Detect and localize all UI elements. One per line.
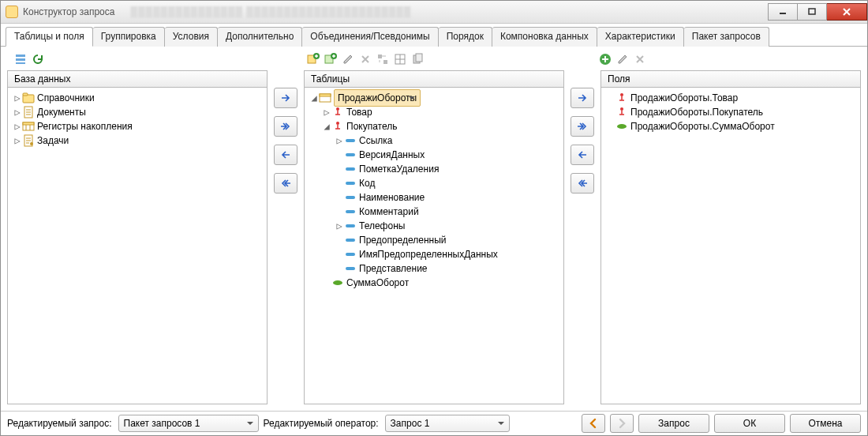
tables-tool-copy-icon[interactable] (410, 52, 425, 66)
table-subfield-imya-pred[interactable]: ИмяПредопределенныхДанных (306, 247, 562, 261)
table-field-tovar[interactable]: ▷Товар (306, 105, 562, 119)
svg-point-37 (620, 93, 623, 96)
svg-rect-32 (346, 224, 355, 227)
tab-aliases[interactable]: Объединения/Псевдонимы (302, 27, 438, 47)
table-subfield-pometka[interactable]: ПометкаУдаления (306, 162, 562, 176)
svg-point-38 (620, 107, 623, 111)
svg-rect-16 (23, 93, 28, 96)
titlebar: Конструктор запроса ███████████████ ████… (1, 1, 867, 24)
tab-composition[interactable]: Компоновка данных (492, 27, 597, 47)
tab-order[interactable]: Порядок (439, 27, 492, 47)
tab-grouping[interactable]: Группировка (93, 27, 165, 47)
svg-rect-3 (16, 58, 25, 61)
tables-tree[interactable]: ◢ПродажиОбороты ▷Товар ◢Покупатель ▷Ссыл… (305, 88, 563, 293)
window-title: Конструктор запроса (23, 6, 114, 17)
db-item-documents[interactable]: ▷Документы (9, 105, 265, 119)
svg-rect-13 (416, 54, 422, 62)
fields-tree[interactable]: ПродажиОбороты.Товар ПродажиОбороты.Поку… (601, 88, 860, 137)
document-icon (22, 106, 35, 118)
attr-icon (344, 234, 357, 246)
attr-icon (344, 134, 357, 147)
fields-tool-delete-icon[interactable] (633, 52, 647, 66)
attr-icon (344, 262, 357, 275)
table-subfield-ssylka[interactable]: ▷Ссылка (306, 133, 562, 148)
fields-pane: Поля ПродажиОбороты.Товар ПродажиОбороты… (600, 70, 861, 404)
svg-point-24 (336, 107, 339, 111)
add-all-to-fields-button[interactable] (571, 116, 594, 137)
table-field-pokupatel[interactable]: ◢Покупатель (306, 119, 562, 133)
remove-from-tables-button[interactable] (274, 145, 297, 165)
field-item-tovar[interactable]: ПродажиОбороты.Товар (603, 91, 859, 105)
editable-query-label: Редактируемый запрос: (7, 418, 112, 429)
tab-advanced[interactable]: Дополнительно (218, 27, 302, 47)
table-field-summa[interactable]: СуммаОборот (306, 276, 562, 290)
tab-characteristics[interactable]: Характеристики (597, 27, 684, 47)
maximize-button[interactable] (798, 3, 827, 21)
tab-conditions[interactable]: Условия (165, 27, 218, 47)
next-query-button[interactable] (610, 414, 634, 433)
tables-tool-delete-icon[interactable] (358, 52, 372, 66)
tables-tool-grid-icon[interactable] (393, 52, 407, 66)
add-to-tables-button[interactable] (274, 88, 297, 108)
tables-tool-replace-icon[interactable] (376, 52, 390, 66)
table-subfield-predopr[interactable]: Предопределенный (306, 233, 562, 247)
tables-tool-edit-icon[interactable] (341, 52, 355, 66)
tables-tool-add2-icon[interactable] (324, 52, 338, 66)
close-button[interactable] (827, 3, 867, 21)
field-item-pokupatel[interactable]: ПродажиОбороты.Покупатель (603, 105, 859, 119)
database-header: База данных (7, 70, 268, 87)
table-subfield-telefon[interactable]: ▷Телефоны (306, 219, 562, 233)
tables-pane: Таблицы ◢ПродажиОбороты ▷Товар ◢Покупате… (304, 70, 564, 404)
db-tool-list-icon[interactable] (13, 52, 28, 66)
tab-batch[interactable]: Пакет запросов (684, 27, 769, 47)
attr-icon (344, 163, 357, 175)
db-item-registers[interactable]: ▷Регистры накопления (9, 119, 265, 133)
field-item-summa[interactable]: ПродажиОбороты.СуммаОборот (603, 119, 859, 133)
svg-rect-29 (346, 182, 355, 185)
prev-query-button[interactable] (582, 414, 605, 433)
db-tool-refresh-icon[interactable] (31, 52, 45, 66)
add-all-to-tables-button[interactable] (274, 116, 297, 137)
resource-icon (615, 120, 628, 133)
svg-point-21 (30, 142, 33, 145)
remove-all-from-fields-button[interactable] (571, 173, 594, 194)
register-icon (22, 120, 35, 133)
svg-rect-10 (383, 60, 387, 64)
table-root[interactable]: ◢ПродажиОбороты (306, 91, 562, 105)
register-icon (319, 92, 331, 104)
table-subfield-versiya[interactable]: ВерсияДанных (306, 148, 562, 162)
db-item-tasks[interactable]: ▷Задачи (9, 133, 265, 148)
fields-tool-edit-icon[interactable] (615, 52, 630, 66)
query-button[interactable]: Запрос (638, 414, 709, 433)
svg-rect-34 (346, 253, 355, 256)
table-subfield-komment[interactable]: Комментарий (306, 205, 562, 219)
attr-icon (344, 220, 357, 232)
database-tree[interactable]: ▷Справочники ▷Документы ▷Регистры накопл… (8, 88, 267, 151)
fields-tool-add-icon[interactable] (598, 52, 612, 66)
tables-header: Таблицы (304, 70, 564, 87)
table-subfield-kod[interactable]: Код (306, 176, 562, 190)
fields-header: Поля (600, 70, 861, 87)
tab-tables-fields[interactable]: Таблицы и поля (6, 27, 93, 47)
minimize-button[interactable] (768, 3, 798, 21)
cancel-button[interactable]: Отмена (790, 414, 861, 433)
add-to-fields-button[interactable] (571, 88, 594, 108)
db-item-catalogs[interactable]: ▷Справочники (9, 91, 265, 105)
svg-rect-28 (346, 167, 355, 171)
dimension-icon (615, 106, 628, 118)
editable-query-select[interactable]: Пакет запросов 1 (118, 415, 259, 432)
table-subfield-predstav[interactable]: Представление (306, 261, 562, 276)
attr-icon (344, 248, 357, 261)
attr-icon (344, 177, 357, 190)
table-subfield-naimen[interactable]: Наименование (306, 190, 562, 205)
task-icon (22, 134, 35, 147)
remove-all-from-tables-button[interactable] (274, 173, 297, 194)
ok-button[interactable]: ОК (714, 414, 785, 433)
dimension-icon (331, 120, 344, 133)
svg-rect-31 (346, 210, 355, 213)
editable-operator-label: Редактируемый оператор: (264, 418, 379, 429)
remove-from-fields-button[interactable] (571, 145, 594, 165)
svg-point-25 (336, 122, 339, 125)
editable-operator-select[interactable]: Запрос 1 (385, 415, 510, 432)
tables-tool-add-icon[interactable] (306, 52, 320, 66)
